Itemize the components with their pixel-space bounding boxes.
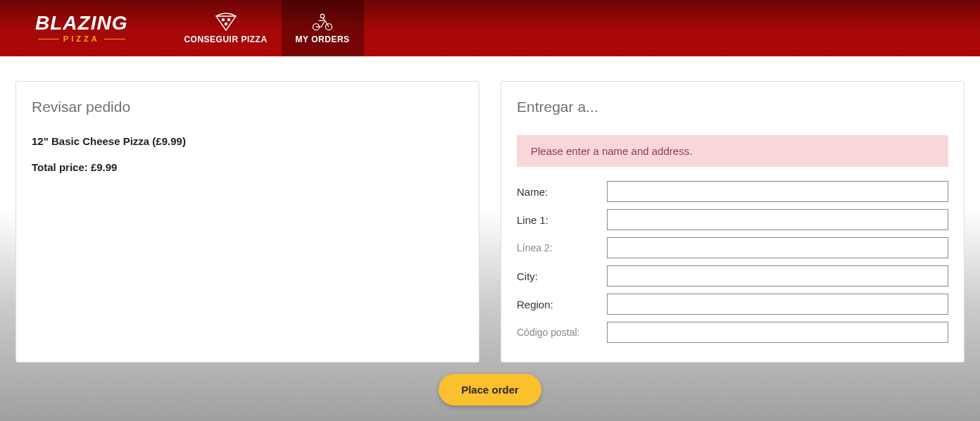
svg-point-0 xyxy=(222,19,224,21)
line2-field[interactable] xyxy=(607,237,948,258)
header: BLAZING PIZZA CONSEGUIR PIZZA xyxy=(0,0,980,56)
label-name: Name: xyxy=(517,186,607,198)
logo-line-right xyxy=(104,39,125,39)
nav: CONSEGUIR PIZZA MY ORDERS xyxy=(170,0,363,56)
review-order-panel: Revisar pedido 12" Basic Cheese Pizza (£… xyxy=(15,81,479,363)
form-row-line2: Línea 2: xyxy=(517,237,948,258)
logo-text-bottom: PIZZA xyxy=(38,34,125,43)
label-city: City: xyxy=(517,270,607,282)
deliver-to-title: Entregar a... xyxy=(517,99,948,115)
place-order-button[interactable]: Place order xyxy=(439,374,541,406)
label-line2: Línea 2: xyxy=(517,242,607,253)
region-field[interactable] xyxy=(607,294,948,315)
form-row-line1: Line 1: xyxy=(517,209,948,230)
label-line1: Line 1: xyxy=(517,214,607,226)
form-row-name: Name: xyxy=(517,181,948,202)
total-price: Total price: £9.99 xyxy=(32,161,463,173)
logo-text-top: BLAZING xyxy=(35,13,127,33)
logo[interactable]: BLAZING PIZZA xyxy=(35,13,127,43)
logo-line-left xyxy=(38,39,59,39)
total-price-value: £9.99 xyxy=(91,161,118,173)
label-postal: Código postal: xyxy=(517,327,607,338)
postal-field[interactable] xyxy=(607,322,948,343)
nav-get-pizza-label: CONSEGUIR PIZZA xyxy=(184,34,267,44)
form-row-city: City: xyxy=(517,265,948,287)
pizza-slice-icon xyxy=(213,12,239,32)
svg-point-5 xyxy=(320,14,324,18)
svg-point-1 xyxy=(227,19,230,21)
logo-pizza-label: PIZZA xyxy=(63,34,100,43)
validation-alert: Please enter a name and address. xyxy=(517,135,948,167)
delivery-bike-icon xyxy=(310,12,335,32)
nav-get-pizza[interactable]: CONSEGUIR PIZZA xyxy=(170,0,281,56)
nav-my-orders[interactable]: MY ORDERS xyxy=(282,0,364,56)
nav-my-orders-label: MY ORDERS xyxy=(296,34,350,44)
name-field[interactable] xyxy=(607,181,948,202)
review-order-title: Revisar pedido xyxy=(32,99,463,115)
form-row-postal: Código postal: xyxy=(517,322,948,343)
city-field[interactable] xyxy=(607,265,948,287)
deliver-to-panel: Entregar a... Please enter a name and ad… xyxy=(501,81,965,363)
total-price-label: Total price: xyxy=(32,161,88,173)
line1-field[interactable] xyxy=(607,209,948,230)
form-row-region: Region: xyxy=(517,294,948,315)
place-order-wrapper: Place order xyxy=(0,374,980,406)
label-region: Region: xyxy=(517,299,607,310)
order-item: 12" Basic Cheese Pizza (£9.99) xyxy=(32,135,463,147)
content: Revisar pedido 12" Basic Cheese Pizza (£… xyxy=(0,56,980,363)
svg-point-2 xyxy=(225,23,227,25)
